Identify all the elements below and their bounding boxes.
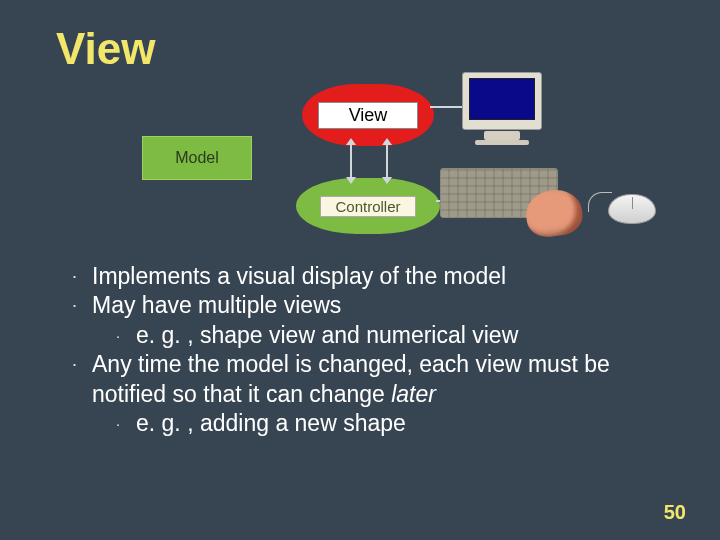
model-label: Model	[175, 149, 219, 167]
monitor-frame	[462, 72, 542, 130]
sub-bullet-text: e. g. , adding a new shape	[136, 409, 406, 438]
monitor-base	[475, 140, 529, 145]
page-number: 50	[664, 501, 686, 524]
sub-bullet-item: ·e. g. , adding a new shape	[72, 409, 664, 438]
mvc-diagram: Model View Controller	[130, 82, 650, 252]
bullet-dot-icon: ·	[116, 409, 136, 438]
bullet-text: Any time the model is changed, each view…	[92, 350, 664, 409]
bullet-text: May have multiple views	[92, 291, 341, 320]
controller-bubble: Controller	[296, 178, 440, 234]
sub-bullet-item: ·e. g. , shape view and numerical view	[72, 321, 664, 350]
monitor-screen	[469, 78, 535, 120]
bullet-item: ·May have multiple views	[72, 291, 664, 320]
model-box: Model	[142, 136, 252, 180]
monitor-stand	[484, 131, 520, 140]
keyboard-icon	[440, 168, 578, 230]
bullet-text: Implements a visual display of the model	[92, 262, 506, 291]
bullet-item: ·Implements a visual display of the mode…	[72, 262, 664, 291]
bullet-dot-icon: ·	[116, 321, 136, 350]
sub-bullet-text: e. g. , shape view and numerical view	[136, 321, 518, 350]
monitor-icon	[458, 72, 546, 146]
slide: View Model View Controller ·Implem	[0, 0, 720, 540]
view-bubble: View	[302, 84, 434, 146]
bullet-dot-icon: ·	[72, 262, 92, 291]
bullet-item: ·Any time the model is changed, each vie…	[72, 350, 664, 409]
controller-label: Controller	[320, 196, 415, 217]
mouse-icon	[608, 194, 656, 224]
bullet-dot-icon: ·	[72, 291, 92, 320]
arrow-view-controller-left	[350, 144, 352, 178]
bullet-dot-icon: ·	[72, 350, 92, 409]
bullet-list: ·Implements a visual display of the mode…	[72, 262, 664, 439]
arrow-view-controller-right	[386, 144, 388, 178]
slide-title: View	[56, 24, 155, 74]
view-label: View	[318, 102, 419, 129]
